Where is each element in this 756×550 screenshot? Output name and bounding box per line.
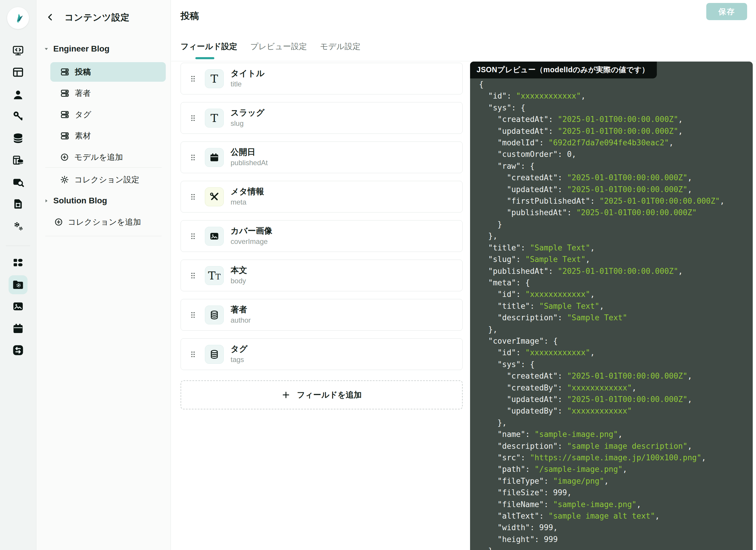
collection-icon [60,110,70,119]
transfer-sliders-icon [12,344,24,356]
richtext-icon: TT [205,266,224,285]
field-card-author[interactable]: 著者author [181,299,463,331]
drag-dots-icon[interactable] [189,348,197,360]
text-field-icon: T [205,69,224,88]
rail-item-dashboard-grid[interactable] [12,256,25,269]
add-model-button[interactable]: モデルを追加 [50,147,166,167]
rail-item-monitor-code[interactable] [12,44,25,57]
sidebar-divider [45,167,162,168]
rail-item-table-coins[interactable] [12,154,25,167]
calendar-icon [12,323,24,334]
chevron-left-icon [45,12,55,23]
gears-icon [12,220,24,232]
field-api-key: title [231,80,242,88]
drag-dots-icon[interactable] [189,230,197,242]
reference-icon [205,345,224,364]
field-card-coverImage[interactable]: カバー画像coverImage [181,220,463,252]
plus-icon [282,390,290,399]
text-field-icon: T [205,109,224,128]
field-api-key: slug [231,119,244,128]
image-icon [205,227,224,246]
field-card-slug[interactable]: Tスラッグslug [181,102,463,134]
icon-rail [0,0,36,550]
field-label: 本文 [231,265,247,276]
app-logo[interactable] [7,7,29,29]
collection-icon [60,131,70,141]
json-preview-panel: JSONプレビュー（modelIdのみが実際の値です） { "id": "xxx… [470,62,753,550]
brand-bird-icon [11,11,25,25]
page-title: 投稿 [181,10,199,22]
back-button[interactable] [45,12,56,23]
group-solution-blog[interactable]: Solution Blog [44,194,107,207]
monitor-code-icon [12,45,24,57]
sidebar-model-item[interactable]: 素材 [50,126,166,146]
field-api-key: coverImage [231,237,268,246]
field-api-key: publishedAt [231,159,268,167]
field-api-key: author [231,316,251,324]
field-card-title[interactable]: Tタイトルtitle [181,63,463,94]
database-icon [12,132,24,144]
drag-dots-icon[interactable] [189,309,197,321]
save-button[interactable]: 保存 [706,3,747,20]
field-label: カバー画像 [231,225,272,237]
collection-icon [60,67,70,77]
tab-field-settings[interactable]: フィールド設定 [181,41,237,52]
active-tab-indicator [195,57,214,59]
plus-circle-icon [60,153,69,162]
gear-icon [60,175,69,184]
rail-item-media-search[interactable] [12,176,25,189]
sidebar-model-item[interactable]: タグ [50,105,166,124]
key-icon [12,110,24,122]
sidebar-model-item[interactable]: 投稿 [50,62,166,82]
field-label: スラッグ [231,107,265,118]
add-field-button[interactable]: フィールドを追加 [181,380,463,409]
calendar-icon [205,148,224,167]
dashboard-grid-icon [12,257,24,268]
layout-panels-icon [12,66,24,78]
folder-gear-icon [12,279,24,291]
drag-dots-icon[interactable] [189,191,197,203]
group-engineer-blog[interactable]: Engineer Blog [44,42,110,55]
plus-circle-icon [54,218,63,226]
sidebar-model-item[interactable]: 著者 [50,83,166,103]
drag-dots-icon[interactable] [189,152,197,163]
rail-item-database[interactable] [12,132,25,145]
media-search-icon [12,176,24,188]
field-api-key: body [231,277,246,285]
sidebar-divider [45,236,162,236]
field-api-key: tags [231,356,244,364]
sidebar-header: コンテンツ設定 [45,10,130,25]
reference-icon [205,305,224,324]
table-coins-icon [12,154,24,166]
rail-item-transfer-sliders[interactable] [12,344,25,357]
field-label: タグ [231,343,247,355]
rail-item-calendar[interactable] [12,322,25,335]
rail-item-folder-gear[interactable] [9,275,28,294]
model-label: 投稿 [75,67,91,77]
rail-item-layout-panels[interactable] [12,66,25,79]
content-settings-sidebar: コンテンツ設定 Engineer Blog 投稿著者タグ素材 モデルを追加 コレ… [36,0,171,550]
tab-model-settings[interactable]: モデル設定 [320,41,361,52]
rail-item-gears[interactable] [12,220,25,233]
add-model-label: モデルを追加 [74,152,123,163]
field-card-meta[interactable]: メタ情報meta [181,181,463,213]
tools-icon [205,187,224,206]
tab-preview-settings[interactable]: プレビュー設定 [250,41,307,52]
drag-dots-icon[interactable] [189,270,197,282]
drag-dots-icon[interactable] [189,112,197,124]
rail-item-user[interactable] [12,89,25,102]
field-card-tags[interactable]: タグtags [181,338,463,370]
collection-icon [60,89,70,98]
collection-settings-item[interactable]: コレクション設定 [50,170,166,189]
drag-dots-icon[interactable] [189,73,197,85]
add-collection-label: コレクションを追加 [68,217,141,227]
rail-item-image[interactable] [12,300,25,313]
add-collection-button[interactable]: コレクションを追加 [54,212,170,232]
field-card-publishedAt[interactable]: 公開日publishedAt [181,141,463,173]
rail-item-key[interactable] [12,110,25,123]
rail-item-file-template[interactable] [12,197,25,210]
add-field-label: フィールドを追加 [297,390,362,400]
field-card-body[interactable]: TT本文body [181,260,463,291]
field-api-key: meta [231,198,246,206]
app-root: コンテンツ設定 Engineer Blog 投稿著者タグ素材 モデルを追加 コレ… [0,0,756,550]
